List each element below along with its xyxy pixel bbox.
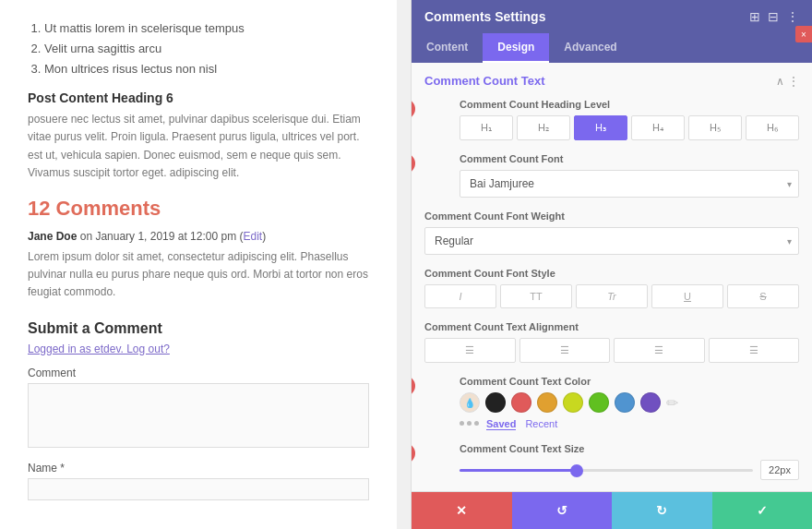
font-weight-group: Comment Count Font Weight Regular ▾ — [424, 210, 799, 255]
text-alignment-group: Comment Count Text Alignment ☰ ☰ ☰ ☰ — [424, 321, 799, 363]
cancel-button[interactable]: ✕ — [412, 492, 512, 529]
refresh-button[interactable]: ↻ — [612, 492, 712, 529]
font-group: 2 Comment Count Font Bai Jamjuree ▾ — [424, 153, 799, 198]
comment-textarea[interactable] — [28, 383, 369, 448]
heading-btn-h5[interactable]: H₅ — [688, 115, 742, 140]
style-btn-italic[interactable]: I — [424, 284, 496, 308]
font-style-group: Comment Count Font Style I TT Tr U S — [424, 268, 799, 308]
text-size-fill — [460, 469, 577, 472]
close-button[interactable]: × — [795, 26, 812, 42]
tab-design[interactable]: Design — [483, 33, 549, 63]
align-btn-right[interactable]: ☰ — [614, 338, 705, 363]
step-4-badge: 4 — [412, 443, 415, 463]
page-content: Ut mattis lorem in scelerisque tempus Ve… — [0, 0, 397, 529]
font-weight-select[interactable]: Regular — [424, 227, 799, 255]
color-swatch-blue[interactable] — [615, 392, 635, 413]
list-item: Mon ultrices risus lectus non nisl — [44, 59, 369, 79]
style-buttons: I TT Tr U S — [424, 284, 799, 308]
style-btn-tt[interactable]: TT — [500, 284, 572, 308]
color-eyedropper[interactable]: 💧 — [460, 392, 480, 413]
font-label: Comment Count Font — [460, 153, 799, 164]
align-btn-center[interactable]: ☰ — [519, 338, 611, 363]
text-color-label: Comment Count Text Color — [460, 376, 799, 387]
section-controls: ∧ ⋮ — [776, 75, 799, 88]
comment-edit-link[interactable]: Edit — [244, 230, 263, 243]
heading-btn-h3[interactable]: H₃ — [574, 115, 627, 140]
text-alignment-label: Comment Count Text Alignment — [424, 321, 799, 332]
heading-btn-h6[interactable]: H₆ — [746, 115, 799, 140]
reset-button[interactable]: ↺ — [512, 492, 613, 529]
comment-label: Comment — [28, 367, 369, 379]
list-item: Velit urna sagittis arcu — [44, 39, 369, 59]
panel-tabs: Content Design Advanced — [412, 33, 812, 63]
color-bottom-row: Saved Recent — [460, 416, 799, 430]
align-btn-justify[interactable]: ☰ — [709, 338, 800, 363]
panel-header: Comments Settings ⊞ ⊟ ⋮ — [412, 0, 812, 33]
panel-footer: ✕ ↺ ↻ ✓ — [412, 491, 812, 529]
font-weight-label: Comment Count Font Weight — [424, 210, 799, 222]
color-tab-saved[interactable]: Saved — [486, 418, 516, 430]
list-item: Ut mattis lorem in scelerisque tempus — [44, 18, 369, 39]
font-select-wrapper: Bai Jamjuree ▾ — [460, 170, 799, 198]
color-dots — [460, 421, 479, 426]
tab-advanced[interactable]: Advanced — [549, 33, 631, 63]
style-btn-strikethrough[interactable]: S — [727, 284, 799, 308]
color-dot-3 — [474, 421, 479, 426]
step-3-badge: 3 — [412, 376, 415, 396]
style-btn-tr[interactable]: Tr — [576, 284, 648, 308]
section-more-icon[interactable]: ⋮ — [788, 75, 799, 88]
color-swatch-orange[interactable] — [537, 392, 557, 413]
comment-text: Lorem ipsum dolor sit amet, consectetur … — [28, 248, 369, 302]
style-btn-underline[interactable]: U — [651, 284, 723, 308]
color-tab-recent[interactable]: Recent — [525, 418, 557, 430]
align-btn-left[interactable]: ☰ — [424, 338, 516, 363]
text-size-slider-row: 22px — [460, 460, 799, 480]
section-collapse-icon[interactable]: ∧ — [776, 75, 784, 88]
post-body-text: posuere nec lectus sit amet, pulvinar da… — [28, 111, 369, 182]
text-color-group: 3 Comment Count Text Color 💧 ✏ — [424, 376, 799, 430]
panel-body: Comment Count Text ∧ ⋮ 1 Comment Count H… — [412, 63, 812, 491]
post-content-heading: Post Content Heading 6 — [28, 90, 369, 105]
heading-buttons: H₁ H₂ H₃ H₄ H₅ H₆ — [460, 115, 799, 140]
panel-icon-grid[interactable]: ⊞ — [749, 9, 760, 24]
logged-in-text: Logged in as etdev. Log out? — [28, 343, 369, 355]
comment-author-name: Jane Doe — [28, 230, 77, 243]
text-size-thumb[interactable] — [570, 464, 583, 477]
page-list: Ut mattis lorem in scelerisque tempus Ve… — [28, 18, 369, 79]
heading-btn-h1[interactable]: H₁ — [460, 115, 513, 140]
color-swatch-red[interactable] — [511, 392, 531, 413]
section-title: Comment Count Text — [424, 74, 544, 88]
color-edit-icon[interactable]: ✏ — [666, 394, 678, 412]
text-size-value[interactable]: 22px — [760, 460, 799, 480]
comment-author-line: Jane Doe on January 1, 2019 at 12:00 pm … — [28, 230, 369, 243]
heading-btn-h2[interactable]: H₂ — [517, 115, 570, 140]
color-swatch-black[interactable] — [485, 392, 506, 413]
font-weight-select-wrapper: Regular ▾ — [424, 227, 799, 255]
panel-icon-minus[interactable]: ⊟ — [768, 9, 779, 24]
name-label: Name * — [28, 462, 65, 475]
step-1-badge: 1 — [412, 99, 415, 119]
panel-title: Comments Settings — [424, 9, 545, 24]
align-buttons: ☰ ☰ ☰ ☰ — [424, 338, 799, 363]
heading-btn-h4[interactable]: H₄ — [631, 115, 685, 140]
text-size-group: 4 Comment Count Text Size 22px — [424, 443, 799, 480]
submit-comment-heading: Submit a Comment — [28, 320, 369, 337]
step-2-badge: 2 — [412, 153, 415, 174]
font-select[interactable]: Bai Jamjuree — [460, 170, 799, 198]
font-style-label: Comment Count Font Style — [424, 268, 799, 279]
color-dot-1 — [460, 421, 464, 426]
color-swatch-purple[interactable] — [640, 392, 661, 413]
tab-content[interactable]: Content — [412, 33, 483, 63]
panel-icon-more[interactable]: ⋮ — [786, 9, 799, 24]
heading-level-group: 1 Comment Count Heading Level H₁ H₂ H₃ H… — [424, 99, 799, 140]
color-swatch-green[interactable] — [589, 392, 609, 413]
color-swatches: 💧 ✏ — [460, 392, 799, 413]
confirm-button[interactable]: ✓ — [712, 492, 813, 529]
comment-date: on January 1, 2019 at 12:00 pm — [80, 230, 236, 243]
name-input[interactable] — [28, 478, 369, 500]
color-tabs-row: Saved Recent — [486, 418, 557, 430]
text-size-track[interactable] — [460, 469, 753, 472]
logged-in-link[interactable]: Logged in as etdev. Log out? — [28, 343, 170, 355]
color-swatch-yellow[interactable] — [563, 392, 583, 413]
comment-field-group: Comment — [28, 367, 369, 448]
